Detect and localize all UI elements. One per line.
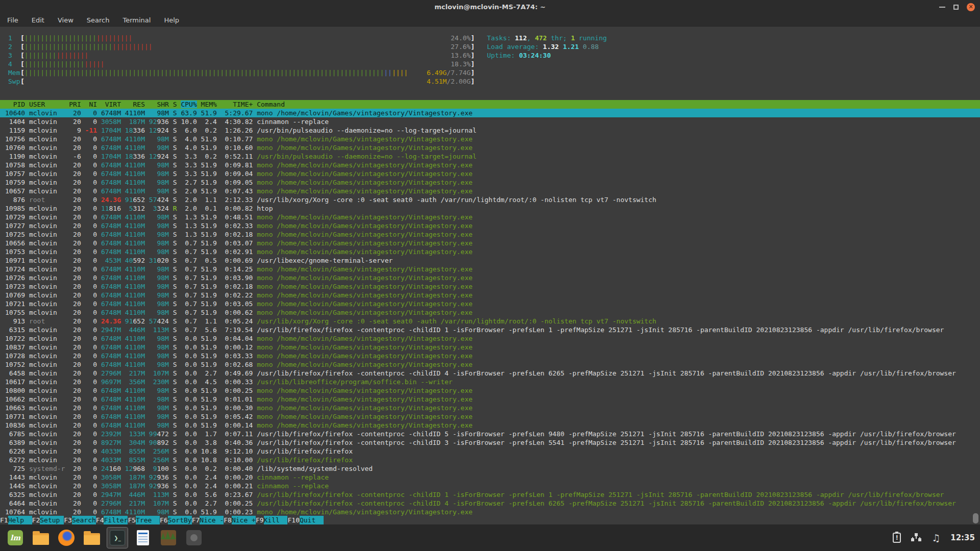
column-ni[interactable]: NI <box>85 101 97 108</box>
process-row-10721[interactable]: 10721 mclovin 20 0 6748M 4110M 98M S 0.7… <box>0 299 980 308</box>
table-header[interactable]: PID USER PRI NI VIRT RES SHR S CPU% MEM%… <box>0 100 980 109</box>
process-row-10640[interactable]: 10640 mclovin 20 0 6748M 4110M 98M S 63.… <box>0 109 980 117</box>
process-row-1443[interactable]: 1443 mclovin 20 0 3058M 187M 92936 S 0.0… <box>0 473 980 482</box>
files-launcher[interactable] <box>31 528 51 548</box>
menu-search[interactable]: Search <box>87 16 110 24</box>
menu-edit[interactable]: Edit <box>32 16 44 24</box>
menu-help[interactable]: Help <box>164 16 179 24</box>
column-mem[interactable]: MEM% <box>201 101 217 108</box>
process-row-10662[interactable]: 10662 mclovin 20 0 6748M 4110M 98M S 0.0… <box>0 395 980 404</box>
column-shr[interactable]: SHR <box>149 101 169 108</box>
fkey-f3[interactable]: F3Search <box>64 516 96 524</box>
process-row-1159[interactable]: 1159 mclovin 9 -11 1704M 18336 12924 S 6… <box>0 126 980 135</box>
process-row-913[interactable]: 913 root 20 0 24.3G 91652 57424 S 0.7 1.… <box>0 317 980 325</box>
music-note-icon[interactable]: ♫ <box>932 533 940 543</box>
process-row-10728[interactable]: 10728 mclovin 20 0 6748M 4110M 98M S 0.0… <box>0 352 980 360</box>
process-row-10759[interactable]: 10759 mclovin 20 0 6748M 4110M 98M S 2.7… <box>0 178 980 187</box>
firefox-launcher[interactable] <box>56 528 77 548</box>
taskbar-clock[interactable]: 12:35 <box>950 533 975 542</box>
process-row-10753[interactable]: 10753 mclovin 20 0 6748M 4110M 98M S 0.7… <box>0 247 980 256</box>
menu-view[interactable]: View <box>58 16 74 24</box>
cpu-meter-4: 4[||||||||||||||||||||18.3%] <box>8 60 475 68</box>
fkey-f7[interactable]: F7Nice - <box>192 516 224 524</box>
folder-launcher[interactable] <box>82 528 102 548</box>
process-row-10985[interactable]: 10985 mclovin 20 0 11816 5312 3324 R 2.0… <box>0 204 980 213</box>
process-row-10760[interactable]: 10760 mclovin 20 0 6748M 4110M 98M S 4.0… <box>0 143 980 152</box>
column-time[interactable]: TIME+ <box>221 101 253 108</box>
process-row-6272[interactable]: 6272 mclovin 20 0 4033M 855M 256M S 0.0 … <box>0 456 980 464</box>
window-titlebar[interactable]: mclovin@mclovin-MS-7A74: ~ ✕ <box>0 0 980 14</box>
process-row-10722[interactable]: 10722 mclovin 20 0 6748M 4110M 98M S 0.0… <box>0 334 980 343</box>
fkey-f9[interactable]: F9Kill <box>256 516 288 524</box>
app-window-button[interactable] <box>184 528 204 548</box>
process-row-10723[interactable]: 10723 mclovin 20 0 6748M 4110M 98M S 0.7… <box>0 282 980 291</box>
column-pid[interactable]: PID <box>5 101 25 108</box>
column-cpu[interactable]: CPU% <box>181 101 197 108</box>
uptime-line: Uptime: 03:24:30 <box>487 51 607 60</box>
process-row-10837[interactable]: 10837 mclovin 20 0 6748M 4110M 98M S 0.0… <box>0 343 980 352</box>
network-icon[interactable] <box>911 533 921 542</box>
maximize-button[interactable] <box>953 5 959 10</box>
fkey-f4[interactable]: F4Filter <box>96 516 128 524</box>
close-button[interactable]: ✕ <box>967 3 975 11</box>
column-user[interactable]: USER <box>29 101 65 108</box>
process-row-6389[interactable]: 6389 mclovin 20 0 8927M 304M 90892 S 0.0… <box>0 438 980 447</box>
terminal-scrollbar[interactable] <box>973 513 978 523</box>
column-s[interactable]: S <box>173 101 177 108</box>
process-row-876[interactable]: 876 root 20 0 24.3G 91652 57424 S 2.0 1.… <box>0 195 980 204</box>
process-row-6325[interactable]: 6325 mclovin 20 0 2947M 446M 113M S 0.0 … <box>0 490 980 499</box>
menu-file[interactable]: File <box>7 16 18 24</box>
process-row-1445[interactable]: 1445 mclovin 20 0 3058M 187M 92936 S 0.0… <box>0 482 980 490</box>
process-row-10758[interactable]: 10758 mclovin 20 0 6748M 4110M 98M S 3.3… <box>0 161 980 169</box>
process-row-10727[interactable]: 10727 mclovin 20 0 6748M 4110M 98M S 1.3… <box>0 221 980 230</box>
process-row-10757[interactable]: 10757 mclovin 20 0 6748M 4110M 98M S 3.3… <box>0 169 980 178</box>
process-row-6785[interactable]: 6785 mclovin 20 0 2392M 133M 99472 S 0.0… <box>0 430 980 438</box>
fkey-f8[interactable]: F8Nice + <box>224 516 256 524</box>
mint-menu-button[interactable] <box>5 528 26 548</box>
terminal-window-button[interactable] <box>107 528 128 548</box>
process-row-10755[interactable]: 10755 mclovin 20 0 6748M 4110M 98M S 0.7… <box>0 308 980 317</box>
writer-window-button[interactable] <box>133 528 153 548</box>
process-row-10769[interactable]: 10769 mclovin 20 0 6748M 4110M 98M S 0.7… <box>0 291 980 299</box>
clipboard-alert-icon[interactable] <box>893 533 901 543</box>
fkey-f2[interactable]: F2Setup <box>32 516 64 524</box>
minimize-button[interactable] <box>939 7 945 8</box>
process-row-6315[interactable]: 6315 mclovin 20 0 2947M 446M 113M S 0.7 … <box>0 325 980 334</box>
fkey-f1[interactable]: F1Help <box>0 516 32 524</box>
fkey-f5[interactable]: F5Tree <box>128 516 160 524</box>
process-row-6226[interactable]: 6226 mclovin 20 0 4033M 855M 256M S 0.0 … <box>0 447 980 456</box>
process-row-10726[interactable]: 10726 mclovin 20 0 6748M 4110M 98M S 0.7… <box>0 273 980 282</box>
process-row-10617[interactable]: 10617 mclovin 20 0 9697M 356M 230M S 0.0… <box>0 378 980 386</box>
process-row-10724[interactable]: 10724 mclovin 20 0 6748M 4110M 98M S 0.7… <box>0 265 980 273</box>
process-row-10771[interactable]: 10771 mclovin 20 0 6748M 4110M 98M S 0.0… <box>0 412 980 421</box>
process-row-10656[interactable]: 10656 mclovin 20 0 6748M 4110M 98M S 0.7… <box>0 239 980 247</box>
process-row-6464[interactable]: 6464 mclovin 20 0 2796M 217M 107M S 0.0 … <box>0 499 980 508</box>
column-pri[interactable]: PRI <box>69 101 81 108</box>
menu-terminal[interactable]: Terminal <box>122 16 151 24</box>
column-command[interactable]: Command <box>257 101 285 108</box>
process-row-10663[interactable]: 10663 mclovin 20 0 6748M 4110M 98M S 0.0… <box>0 404 980 412</box>
column-virt[interactable]: VIRT <box>101 101 121 108</box>
process-row-10971[interactable]: 10971 mclovin 20 0 453M 40592 31020 S 0.… <box>0 256 980 265</box>
desktop: mclovin@mclovin-MS-7A74: ~ ✕ FileEditVie… <box>0 0 980 551</box>
terminal-screen[interactable]: 1[|||||||||||||||||||||||||||24.0%]2[|||… <box>0 27 980 524</box>
fkey-f10[interactable]: F10Quit <box>287 516 323 524</box>
process-row-10800[interactable]: 10800 mclovin 20 0 6748M 4110M 98M S 0.0… <box>0 386 980 395</box>
fkey-f6[interactable]: F6SortBy <box>160 516 192 524</box>
window-title: mclovin@mclovin-MS-7A74: ~ <box>434 3 546 11</box>
process-row-725[interactable]: 725 systemd-r 20 0 24160 12968 9100 S 0.… <box>0 464 980 473</box>
vintagestory-window-button[interactable] <box>158 528 179 548</box>
vintagestory-game-icon <box>161 530 176 545</box>
process-row-10657[interactable]: 10657 mclovin 20 0 6748M 4110M 98M S 2.0… <box>0 187 980 195</box>
terminal-menubar: FileEditViewSearchTerminalHelp <box>0 14 980 27</box>
process-row-1190[interactable]: 1190 mclovin -6 0 1704M 18336 12924 S 3.… <box>0 152 980 161</box>
process-row-10764[interactable]: 10764 mclovin 20 0 6748M 4110M 98M S 0.0… <box>0 508 980 516</box>
process-row-10725[interactable]: 10725 mclovin 20 0 6748M 4110M 98M S 1.3… <box>0 230 980 239</box>
process-row-10729[interactable]: 10729 mclovin 20 0 6748M 4110M 98M S 1.3… <box>0 213 980 221</box>
process-row-1404[interactable]: 1404 mclovin 20 0 3058M 187M 92936 S 10.… <box>0 117 980 126</box>
process-row-10836[interactable]: 10836 mclovin 20 0 6748M 4110M 98M S 0.0… <box>0 421 980 430</box>
column-res[interactable]: RES <box>125 101 145 108</box>
process-row-10756[interactable]: 10756 mclovin 20 0 6748M 4110M 98M S 4.0… <box>0 135 980 143</box>
process-row-10752[interactable]: 10752 mclovin 20 0 6748M 4110M 98M S 0.0… <box>0 360 980 369</box>
process-row-6458[interactable]: 6458 mclovin 20 0 2796M 217M 107M S 0.0 … <box>0 369 980 378</box>
